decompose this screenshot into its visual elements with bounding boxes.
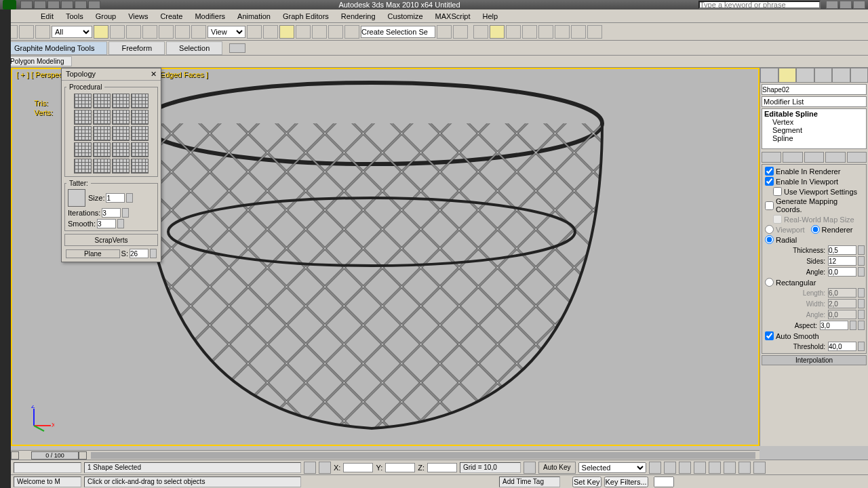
pattern-button[interactable] [112,159,130,174]
setkey-button[interactable]: Set Key [572,476,601,487]
stack-btn[interactable] [783,152,802,163]
goto-start-button[interactable] [649,462,661,474]
pattern-button[interactable] [93,159,111,174]
topology-panel[interactable]: Topology✕ Procedural Tatter: Size: Itera… [61,68,161,262]
maximize-button[interactable] [840,1,852,9]
smooth-input[interactable] [97,219,116,228]
tab-create[interactable] [760,68,778,83]
menu-maxscript[interactable]: MAXScript [435,12,471,20]
stack-vertex[interactable]: Vertex [763,118,865,126]
tool-btn[interactable] [110,25,125,39]
ribbon-expand-button[interactable] [229,43,245,53]
menu-tools[interactable]: Tools [66,12,83,20]
spinner[interactable] [150,249,157,258]
spinner[interactable] [117,219,124,228]
tool-btn[interactable] [555,25,570,39]
pattern-button[interactable] [131,94,149,108]
menu-modifiers[interactable]: Modifiers [195,12,225,20]
lock-icon[interactable] [858,321,865,330]
key-icon[interactable] [524,462,536,474]
sides-input[interactable] [828,256,856,266]
nav-btn[interactable] [753,462,766,474]
subtab-polygon-modeling[interactable]: Polygon Modeling [3,56,72,66]
angle-input[interactable] [828,267,856,277]
keyfilters-button[interactable]: Key Filters... [604,476,648,487]
pattern-button[interactable] [93,126,111,141]
use-viewport-settings-checkbox[interactable] [773,187,782,196]
pattern-button[interactable] [74,142,92,157]
add-time-tag[interactable]: Add Time Tag [499,476,560,487]
scrapverts-button[interactable]: ScrapVerts [64,234,158,246]
pin-stack-button[interactable] [762,152,781,163]
tool-btn[interactable] [191,25,206,39]
plane-button[interactable]: Plane [66,249,120,258]
interpolation-rollout-header[interactable]: Interpolation [762,355,867,365]
tab-graphite[interactable]: Graphite Modeling Tools [1,41,107,55]
plane-s-input[interactable] [130,249,149,258]
minimize-button[interactable] [826,1,838,9]
pattern-button[interactable] [112,126,130,141]
pattern-button[interactable] [131,142,149,157]
pattern-button[interactable] [131,126,149,141]
pattern-button[interactable] [74,94,92,108]
timeline-track[interactable] [91,452,755,459]
ref-coord-dropdown[interactable]: View [208,26,245,38]
tool-btn[interactable] [175,25,190,39]
spinner[interactable] [850,321,856,330]
isolate-icon[interactable] [319,462,331,474]
pattern-button[interactable] [74,110,92,125]
modifier-stack[interactable]: Editable Spline Vertex Segment Spline [762,108,867,149]
tool-btn[interactable] [279,25,294,39]
pattern-button[interactable] [93,94,111,108]
aspect-input[interactable] [820,321,848,330]
autokey-button[interactable]: Auto Key [538,462,576,474]
timeline-arrow-right[interactable] [79,451,87,460]
menu-grapheditors[interactable]: Graph Editors [283,12,329,20]
pattern-button[interactable] [112,94,130,108]
stack-editable-spline[interactable]: Editable Spline [763,110,865,118]
tool-btn[interactable] [506,25,521,39]
menu-rendering[interactable]: Rendering [341,12,376,20]
pattern-button[interactable] [112,110,130,125]
frame-input[interactable] [654,476,674,487]
pattern-button[interactable] [131,110,149,125]
tool-btn[interactable] [490,25,505,39]
tool-btn[interactable] [312,25,327,39]
tab-freeform[interactable]: Freeform [108,41,165,55]
nav-btn[interactable] [738,462,751,474]
viewport-radio[interactable] [765,225,774,234]
pattern-button[interactable] [112,142,130,157]
tatter-icon[interactable] [68,189,85,207]
tool-btn[interactable] [247,25,262,39]
tool-btn[interactable] [473,25,488,39]
keymode-dropdown[interactable]: Selected [578,462,646,473]
y-coord-input[interactable] [385,463,415,472]
pattern-button[interactable] [93,110,111,125]
qat-btn[interactable] [20,1,33,9]
tool-btn[interactable] [159,25,174,39]
named-selection-input[interactable] [361,26,435,38]
tool-btn[interactable] [437,25,452,39]
time-slider[interactable]: 0 / 100 [11,450,760,460]
timeline-arrow-left[interactable] [11,451,19,460]
spinner[interactable] [858,342,865,351]
next-frame-button[interactable] [694,462,706,474]
tab-hierarchy[interactable] [796,68,814,83]
qat-btn[interactable] [75,1,87,9]
stack-spline[interactable]: Spline [763,134,865,142]
close-icon[interactable]: ✕ [151,70,157,79]
menu-animation[interactable]: Animation [237,12,271,20]
menu-group[interactable]: Group [96,12,117,20]
z-coord-input[interactable] [427,463,457,472]
menu-views[interactable]: Views [128,12,148,20]
enable-viewport-checkbox[interactable] [765,177,774,186]
tool-btn[interactable] [344,25,359,39]
menu-help[interactable]: Help [483,12,498,20]
tool-btn[interactable] [328,25,343,39]
enable-renderer-checkbox[interactable] [765,167,774,176]
x-coord-input[interactable] [343,463,373,472]
tab-modify[interactable] [778,68,797,83]
pattern-button[interactable] [74,126,92,141]
qat-btn[interactable] [61,1,73,9]
size-input[interactable] [106,193,125,203]
